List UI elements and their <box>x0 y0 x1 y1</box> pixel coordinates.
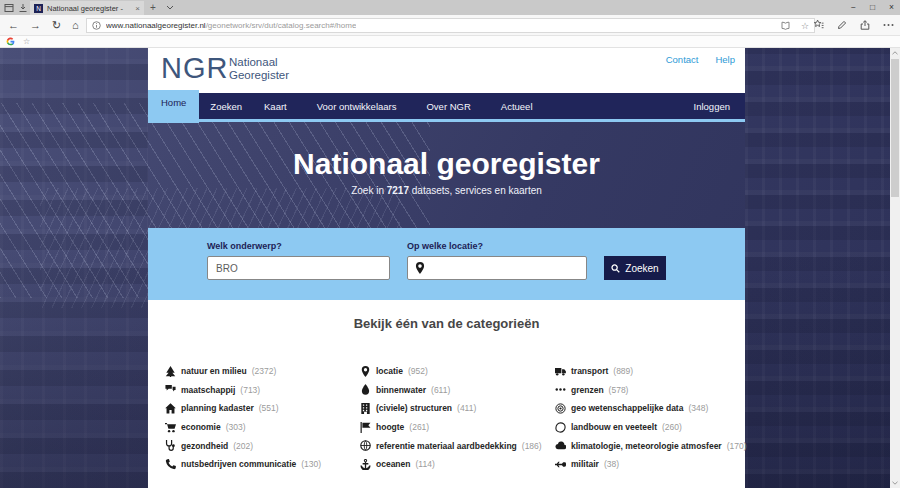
nav-item-actueel[interactable]: Actueel <box>490 93 544 119</box>
tree-icon <box>165 366 176 377</box>
category-item[interactable]: oceanen(114) <box>360 455 542 474</box>
category-item[interactable]: (civiele) structuren(411) <box>360 399 542 418</box>
nav-item-voor-ontwikkelaars[interactable]: Voor ontwikkelaars <box>306 93 408 119</box>
category-label: maatschappij <box>181 385 235 395</box>
nav-item-kaart[interactable]: Kaart <box>253 93 298 119</box>
reading-view-icon[interactable] <box>781 21 792 30</box>
tab-preview-icon[interactable] <box>4 3 14 13</box>
topic-input[interactable] <box>207 256 390 280</box>
scrollbar-thumb[interactable] <box>891 59 899 197</box>
category-item[interactable]: economie(303) <box>165 418 321 437</box>
category-item[interactable]: landbouw en veeteelt(260) <box>555 418 747 437</box>
category-count: (952) <box>408 366 428 376</box>
browser-address-row: ← → ↻ ⌂ www.nationaalgeoregister.nl/geon… <box>0 15 900 36</box>
minimize-button[interactable]: − <box>851 0 856 15</box>
category-item[interactable]: geo wetenschappelijke data(348) <box>555 399 747 418</box>
category-item[interactable]: locatie(952) <box>360 362 542 381</box>
category-item[interactable]: nutsbedrijven communicatie(130) <box>165 455 321 474</box>
google-favicon[interactable] <box>6 37 15 46</box>
category-item[interactable]: natuur en milieu(2372) <box>165 362 321 381</box>
login-link[interactable]: Inloggen <box>679 93 745 119</box>
url-text: www.nationaalgeoregister.nl/geonetwork/s… <box>106 21 356 30</box>
category-item[interactable]: hoogte(261) <box>360 418 542 437</box>
nav-item-zoeken[interactable]: Zoeken <box>199 93 253 119</box>
dots-icon <box>555 384 566 395</box>
browser-tab[interactable]: N Nationaal georegister - × <box>30 1 144 15</box>
tab-preview-chevron-icon[interactable] <box>166 5 174 10</box>
page-subtitle: Zoek in 7217 datasets, services en kaart… <box>148 185 745 196</box>
category-item[interactable]: referentie materiaal aardbedekking(186) <box>360 436 542 455</box>
truck-icon <box>555 366 566 377</box>
add-favorite-star-icon[interactable]: ☆ <box>801 21 809 31</box>
new-tab-button[interactable]: + <box>150 0 156 15</box>
category-item[interactable]: gezondheid(202) <box>165 436 321 455</box>
scroll-up-icon[interactable] <box>890 48 900 58</box>
browser-titlebar: N Nationaal georegister - × + − □ × <box>0 0 900 15</box>
anchor-icon <box>360 459 371 470</box>
category-item[interactable]: grenzen(578) <box>555 381 747 400</box>
category-item[interactable]: militair(38) <box>555 455 747 474</box>
close-button[interactable]: × <box>889 0 894 15</box>
category-count: (611) <box>431 385 450 395</box>
category-label: economie <box>181 422 221 432</box>
contact-link[interactable]: Contact <box>666 54 699 65</box>
category-label: (civiele) structuren <box>376 403 452 413</box>
tab-close-icon[interactable]: × <box>135 4 140 13</box>
category-label: hoogte <box>376 422 404 432</box>
category-item[interactable]: binnenwater(611) <box>360 381 542 400</box>
address-bar[interactable]: www.nationaalgeoregister.nl/geonetwork/s… <box>86 18 815 33</box>
category-count: (551) <box>259 403 279 413</box>
location-pin-icon <box>414 262 426 274</box>
category-item[interactable]: klimatologie, meteorologie atmosfeer(170… <box>555 436 747 455</box>
main-navigation: Home Zoeken Kaart Voor ontwikkelaars Ove… <box>148 93 745 122</box>
scroll-down-icon[interactable] <box>890 478 900 488</box>
topic-label: Welk onderwerp? <box>207 241 282 251</box>
location-input[interactable] <box>407 256 587 280</box>
category-label: transport <box>571 366 608 376</box>
blob-icon <box>555 422 566 433</box>
category-item[interactable]: transport(889) <box>555 362 747 381</box>
page-viewport: NGR Nationaal Georegister Contact Help H… <box>0 48 900 488</box>
category-item[interactable]: planning kadaster(551) <box>165 399 321 418</box>
categories-title: Bekijk één van de categorieën <box>148 316 745 331</box>
back-button[interactable]: ← <box>8 17 19 34</box>
forward-button[interactable]: → <box>30 17 41 34</box>
category-item[interactable]: maatschappij(713) <box>165 381 321 400</box>
category-count: (303) <box>226 422 246 432</box>
home-button[interactable]: ⌂ <box>72 17 79 34</box>
refresh-button[interactable]: ↻ <box>52 17 61 34</box>
annotate-pen-icon[interactable] <box>837 20 847 30</box>
category-label: grenzen <box>571 385 604 395</box>
site-header: NGR Nationaal Georegister Contact Help <box>148 48 745 93</box>
house-icon <box>165 403 176 414</box>
more-options-icon[interactable] <box>883 23 894 27</box>
favorites-bar-star-icon[interactable]: ☆ <box>23 37 30 47</box>
maximize-button[interactable]: □ <box>870 0 875 15</box>
category-label: geo wetenschappelijke data <box>571 403 683 413</box>
drop-icon <box>360 384 371 395</box>
category-label: binnenwater <box>376 385 426 395</box>
ngr-logo[interactable]: NGR <box>161 52 228 85</box>
site-favicon: N <box>34 4 43 13</box>
nav-item-home[interactable]: Home <box>148 90 199 123</box>
help-link[interactable]: Help <box>715 54 735 65</box>
set-tabs-aside-icon[interactable] <box>18 3 28 13</box>
page-scrollbar[interactable] <box>890 48 900 488</box>
category-label: oceanen <box>376 459 411 469</box>
building-icon <box>360 403 371 414</box>
hub-favorites-icon[interactable] <box>813 19 824 30</box>
share-icon[interactable] <box>860 20 870 30</box>
nav-item-over-ngr[interactable]: Over NGR <box>415 93 481 119</box>
category-label: landbouw en veeteelt <box>571 422 657 432</box>
ngr-logo-name: Nationaal Georegister <box>229 56 289 82</box>
info-icon[interactable] <box>92 21 101 30</box>
category-count: (713) <box>240 385 260 395</box>
page-title: Nationaal georegister <box>148 147 745 181</box>
category-label: gezondheid <box>181 441 228 451</box>
categories-section: Bekijk één van de categorieën natuur en … <box>148 300 745 488</box>
phone-icon <box>165 459 176 470</box>
flag-icon <box>360 422 371 433</box>
cart-icon <box>165 422 176 433</box>
search-button[interactable]: Zoeken <box>604 256 666 280</box>
pin-icon <box>360 366 371 377</box>
